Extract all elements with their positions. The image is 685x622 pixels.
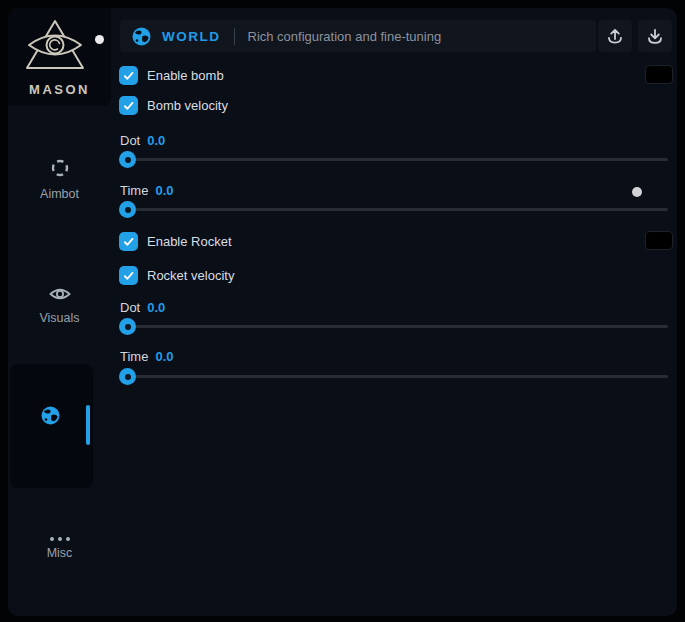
checkbox-row-enable-rocket: Enable Rocket bbox=[119, 232, 232, 251]
slider-name: Dot bbox=[120, 300, 140, 315]
slider-name: Time bbox=[120, 349, 148, 364]
check-icon bbox=[122, 69, 135, 82]
ellipsis-icon bbox=[8, 537, 111, 541]
slider-value: 0.0 bbox=[147, 300, 165, 315]
check-icon bbox=[122, 269, 135, 282]
rocket-dot-slider-handle[interactable] bbox=[119, 318, 136, 335]
sidebar-item-misc[interactable]: Misc bbox=[8, 537, 111, 560]
slider-label-bomb-time: Time 0.0 bbox=[120, 182, 173, 198]
rocket-time-slider-handle[interactable] bbox=[119, 368, 136, 385]
sidebar-item-label: Visuals bbox=[8, 311, 111, 325]
enable-rocket-checkbox[interactable] bbox=[119, 232, 138, 251]
bomb-time-slider-handle[interactable] bbox=[119, 201, 136, 218]
crosshair-icon bbox=[50, 158, 70, 178]
check-icon bbox=[122, 99, 135, 112]
bomb-time-slider-track[interactable] bbox=[120, 208, 668, 211]
sidebar-item-label: Aimbot bbox=[8, 187, 111, 201]
upload-icon bbox=[605, 26, 625, 46]
sidebar-item-world[interactable]: World bbox=[10, 364, 93, 488]
bomb-color-swatch[interactable] bbox=[645, 65, 673, 84]
enable-bomb-checkbox[interactable] bbox=[119, 66, 138, 85]
slider-name: Time bbox=[120, 183, 148, 198]
rocket-time-slider-track[interactable] bbox=[120, 375, 668, 378]
checkbox-row-bomb-velocity: Bomb velocity bbox=[119, 96, 228, 115]
slider-label-bomb-dot: Dot 0.0 bbox=[120, 132, 165, 148]
sidebar-item-aimbot[interactable]: Aimbot bbox=[8, 158, 111, 201]
rocket-dot-slider-track[interactable] bbox=[120, 325, 668, 328]
screen: MASON Aimbot Visuals World Misc bbox=[0, 0, 685, 622]
divider bbox=[234, 28, 235, 45]
mason-eye-logo-icon bbox=[25, 19, 85, 73]
sidebar-item-label: Misc bbox=[8, 546, 111, 560]
bomb-dot-slider-track[interactable] bbox=[120, 158, 668, 161]
slider-value: 0.0 bbox=[155, 349, 173, 364]
slider-name: Dot bbox=[120, 133, 140, 148]
logo-text: MASON bbox=[8, 82, 111, 97]
slider-value: 0.0 bbox=[147, 133, 165, 148]
active-tab-indicator bbox=[86, 405, 90, 445]
eye-icon bbox=[49, 286, 71, 302]
checkbox-label: Enable Rocket bbox=[147, 234, 232, 249]
download-icon bbox=[645, 26, 665, 46]
globe-icon bbox=[41, 406, 60, 425]
upload-config-button[interactable] bbox=[598, 20, 632, 52]
cursor-dot bbox=[632, 187, 642, 197]
page-title: WORLD bbox=[162, 29, 221, 44]
rocket-velocity-checkbox[interactable] bbox=[119, 266, 138, 285]
logo: MASON bbox=[8, 8, 111, 106]
cursor-dot bbox=[95, 35, 104, 44]
checkbox-row-enable-bomb: Enable bomb bbox=[119, 66, 224, 85]
sidebar-item-visuals[interactable]: Visuals bbox=[8, 286, 111, 325]
check-icon bbox=[122, 235, 135, 248]
slider-label-rocket-dot: Dot 0.0 bbox=[120, 299, 165, 315]
page-subtitle: Rich configuration and fine-tuning bbox=[248, 29, 442, 44]
bomb-velocity-checkbox[interactable] bbox=[119, 96, 138, 115]
slider-label-rocket-time: Time 0.0 bbox=[120, 348, 173, 364]
checkbox-label: Bomb velocity bbox=[147, 98, 228, 113]
app-window: MASON Aimbot Visuals World Misc bbox=[8, 8, 677, 616]
slider-value: 0.0 bbox=[155, 183, 173, 198]
globe-icon bbox=[132, 27, 151, 46]
rocket-color-swatch[interactable] bbox=[645, 231, 673, 250]
checkbox-label: Enable bomb bbox=[147, 68, 224, 83]
checkbox-row-rocket-velocity: Rocket velocity bbox=[119, 266, 234, 285]
download-config-button[interactable] bbox=[638, 20, 672, 52]
checkbox-label: Rocket velocity bbox=[147, 268, 234, 283]
bomb-dot-slider-handle[interactable] bbox=[119, 151, 136, 168]
page-header: WORLD Rich configuration and fine-tuning bbox=[120, 20, 596, 52]
